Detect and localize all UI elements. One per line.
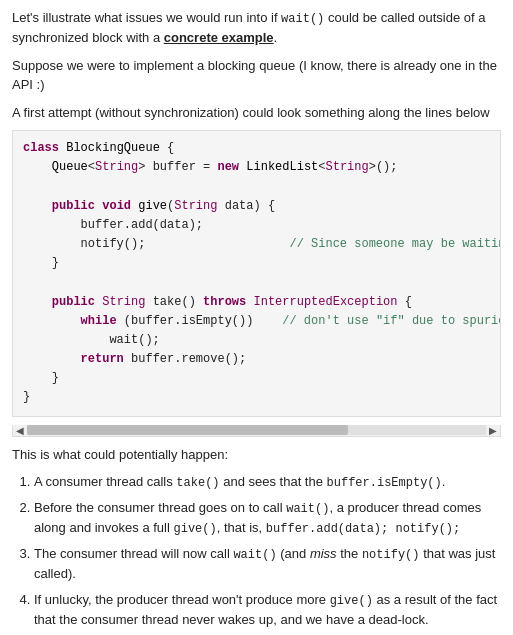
wait-code-inline: wait() — [281, 12, 324, 26]
code-block-wrapper: class BlockingQueue { Queue<String> buff… — [12, 130, 501, 437]
intro-paragraph-3: A first attempt (without synchronization… — [12, 103, 501, 123]
give-code-2: give() — [330, 594, 373, 608]
horizontal-scrollbar[interactable]: ◀ ▶ — [12, 425, 501, 437]
buffer-isempty-code: buffer.isEmpty() — [327, 476, 442, 490]
wait-code-2: wait() — [286, 502, 329, 516]
intro-paragraph-1: Let's illustrate what issues we would ru… — [12, 8, 501, 48]
scrollbar-thumb[interactable] — [27, 425, 348, 435]
list-item-3: The consumer thread will now call wait()… — [34, 544, 501, 584]
scroll-left-arrow[interactable]: ◀ — [13, 425, 27, 437]
issue-list: A consumer thread calls take() and sees … — [12, 472, 501, 629]
intro-paragraph-2: Suppose we were to implement a blocking … — [12, 56, 501, 95]
code-block: class BlockingQueue { Queue<String> buff… — [12, 130, 501, 417]
list-item-4: If unlucky, the producer thread won't pr… — [34, 590, 501, 630]
buffer-add-code: buffer.add(data); notify(); — [266, 522, 460, 536]
notify-code: notify() — [362, 548, 420, 562]
wait-code-3: wait() — [233, 548, 276, 562]
main-content: Let's illustrate what issues we would ru… — [0, 0, 513, 635]
give-code: give() — [173, 522, 216, 536]
scrollbar-track[interactable] — [27, 425, 486, 435]
scroll-right-arrow[interactable]: ▶ — [486, 425, 500, 437]
list-intro: This is what could potentially happen: — [12, 445, 501, 465]
list-item-2: Before the consumer thread goes on to ca… — [34, 498, 501, 538]
list-item-1: A consumer thread calls take() and sees … — [34, 472, 501, 492]
take-code: take() — [176, 476, 219, 490]
